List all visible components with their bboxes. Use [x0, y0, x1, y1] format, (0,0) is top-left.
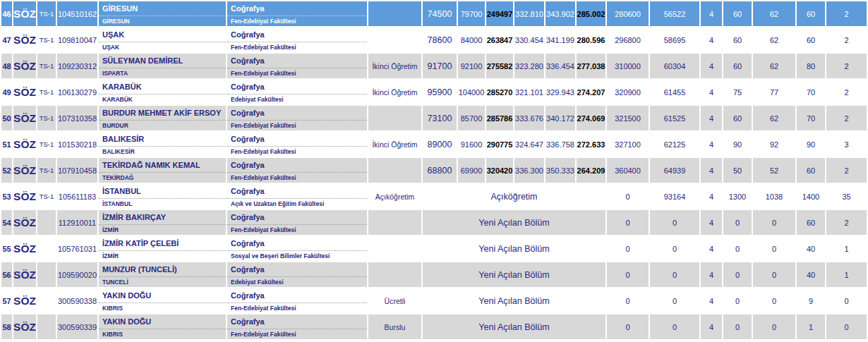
value-cell: 0	[607, 288, 649, 313]
score-type-cell: SÖZ	[13, 158, 36, 183]
merged-status-cell: Açıköğretim	[423, 184, 605, 209]
education-type-cell	[368, 210, 421, 235]
table-row[interactable]: 51SÖZTS-1101530218BALIKESİRBALIKESİRCoğr…	[1, 132, 867, 157]
value-cell: 1400	[797, 184, 825, 209]
value-cell: 341.199	[545, 28, 575, 52]
university-name: YAKIN DOĞU	[99, 288, 226, 303]
value-cell: 73100	[423, 106, 457, 130]
university-name: BALIKESİR	[99, 132, 226, 147]
subscore-type-cell: TS-1	[37, 106, 56, 130]
value-cell: 90	[797, 132, 825, 157]
value-cell: 60	[723, 1, 752, 26]
merged-status-cell: Yeni Açılan Bölüm	[423, 314, 605, 339]
table-row[interactable]: 49SÖZTS-1106130279KARABÜKKARABÜKCoğrafya…	[1, 80, 867, 104]
subscore-type-cell	[37, 210, 56, 235]
value-cell: 2	[826, 1, 867, 26]
university-cell: İSTANBULİSTANBUL	[99, 184, 226, 209]
value-cell: 275582	[486, 54, 513, 78]
row-number-cell: 50	[1, 106, 12, 130]
row-number-cell: 57	[1, 288, 12, 313]
subscore-type-cell: TS-1	[37, 132, 56, 157]
value-cell: 68800	[423, 158, 457, 183]
education-type-cell	[368, 106, 421, 130]
table-row[interactable]: 57SÖZ300590338YAKIN DOĞUKIBRISCoğrafyaFe…	[1, 288, 867, 313]
program-cell: CoğrafyaEdebiyat Fakültesi	[227, 80, 367, 104]
value-cell: 1300	[723, 184, 752, 209]
university-cell: GİRESUNGİRESUN	[99, 1, 226, 26]
value-cell: 91600	[458, 132, 485, 157]
value-cell: 50	[723, 158, 752, 183]
program-code-cell: 107310358	[57, 106, 97, 130]
value-cell: 263847	[486, 28, 513, 52]
program-name: Coğrafya	[227, 210, 367, 225]
university-name: KARABÜK	[99, 80, 226, 94]
value-cell: 0	[650, 236, 699, 261]
program-name: Coğrafya	[227, 288, 367, 303]
university-name: BURDUR MEHMET AKİF ERSOY	[99, 106, 226, 121]
table-row[interactable]: 47SÖZTS-1109810047UŞAKUŞAKCoğrafyaFen-Ed…	[1, 28, 867, 52]
value-cell: 274.069	[577, 106, 605, 130]
value-cell: 1038	[753, 184, 795, 209]
table-row[interactable]: 48SÖZTS-1109230312SÜLEYMAN DEMİRELISPART…	[1, 54, 867, 78]
row-number-cell: 55	[1, 236, 12, 261]
value-cell: 0	[753, 236, 795, 261]
value-cell: 92100	[458, 54, 485, 78]
value-cell: 75	[723, 80, 752, 104]
table-row[interactable]: 54SÖZ112910011İZMİR BAKIRÇAYİZMİRCoğrafy…	[1, 210, 867, 235]
results-table: 46SÖZTS-1104510162GİRESUNGİRESUNCoğrafya…	[0, 0, 868, 341]
merged-status-cell: Yeni Açılan Bölüm	[423, 210, 605, 235]
value-cell: 350.333	[545, 158, 575, 183]
score-type-cell: SÖZ	[13, 28, 36, 52]
value-cell: 0	[607, 314, 649, 339]
table-row[interactable]: 53SÖZTS-1105611183İSTANBULİSTANBULCoğraf…	[1, 184, 867, 209]
table-row[interactable]: 52SÖZTS-1107910458TEKİRDAĞ NAMIK KEMALTE…	[1, 158, 867, 183]
value-cell: 4	[701, 236, 722, 261]
value-cell: 85700	[458, 106, 485, 130]
value-cell: 0	[607, 236, 649, 261]
table-row[interactable]: 55SÖZ105761031İZMİR KATİP ÇELEBİİZMİRCoğ…	[1, 236, 867, 261]
table-row[interactable]: 50SÖZTS-1107310358BURDUR MEHMET AKİF ERS…	[1, 106, 867, 130]
subscore-type-cell: TS-1	[37, 1, 56, 26]
value-cell: 0	[723, 288, 752, 313]
value-cell: 329.943	[545, 80, 575, 104]
value-cell: 60	[723, 106, 752, 130]
value-cell: 274.207	[577, 80, 605, 104]
faculty-name: Edebiyat Fakültesi	[227, 94, 367, 104]
program-cell: CoğrafyaFen-Edebiyat Fakültesi	[227, 54, 367, 78]
university-name: TEKİRDAĞ NAMIK KEMAL	[99, 158, 226, 173]
value-cell: 2	[826, 54, 867, 78]
value-cell: 58695	[650, 28, 699, 52]
subscore-type-cell	[37, 288, 56, 313]
value-cell: 62	[753, 28, 795, 52]
program-code-cell: 112910011	[57, 210, 97, 235]
value-cell: 327100	[607, 132, 649, 157]
program-name: Coğrafya	[227, 132, 367, 147]
score-type-cell: SÖZ	[13, 80, 36, 104]
value-cell: 4	[701, 288, 722, 313]
program-name: Coğrafya	[227, 80, 367, 94]
university-cell: YAKIN DOĞUKIBRIS	[99, 314, 226, 339]
table-row[interactable]: 56SÖZ109590020MUNZUR (TUNCELİ)TUNCELİCoğ…	[1, 262, 867, 287]
score-type-cell: SÖZ	[13, 184, 36, 209]
value-cell: 277.038	[577, 54, 605, 78]
program-name: Coğrafya	[227, 184, 367, 199]
program-cell: CoğrafyaFen-Edebiyat Fakültesi	[227, 132, 367, 157]
score-type-cell: SÖZ	[13, 236, 36, 261]
value-cell: 52	[753, 158, 795, 183]
value-cell: 332.810	[514, 1, 544, 26]
merged-status-cell: Yeni Açılan Bölüm	[423, 288, 605, 313]
value-cell: 95900	[423, 80, 457, 104]
subscore-type-cell: TS-1	[37, 184, 56, 209]
score-type-cell: SÖZ	[13, 262, 36, 287]
program-cell: CoğrafyaFen-Edebiyat Fakültesi	[227, 288, 367, 313]
table-row[interactable]: 58SÖZ300590339YAKIN DOĞUKIBRISCoğrafyaFe…	[1, 314, 867, 339]
row-number-cell: 53	[1, 184, 12, 209]
value-cell: 64939	[650, 158, 699, 183]
table-row[interactable]: 46SÖZTS-1104510162GİRESUNGİRESUNCoğrafya…	[1, 1, 867, 26]
value-cell: 40	[797, 236, 825, 261]
university-cell: MUNZUR (TUNCELİ)TUNCELİ	[99, 262, 226, 287]
program-name: Coğrafya	[227, 54, 367, 68]
value-cell: 84000	[458, 28, 485, 52]
value-cell: 4	[701, 80, 722, 104]
university-cell: İZMİR KATİP ÇELEBİİZMİR	[99, 236, 226, 261]
